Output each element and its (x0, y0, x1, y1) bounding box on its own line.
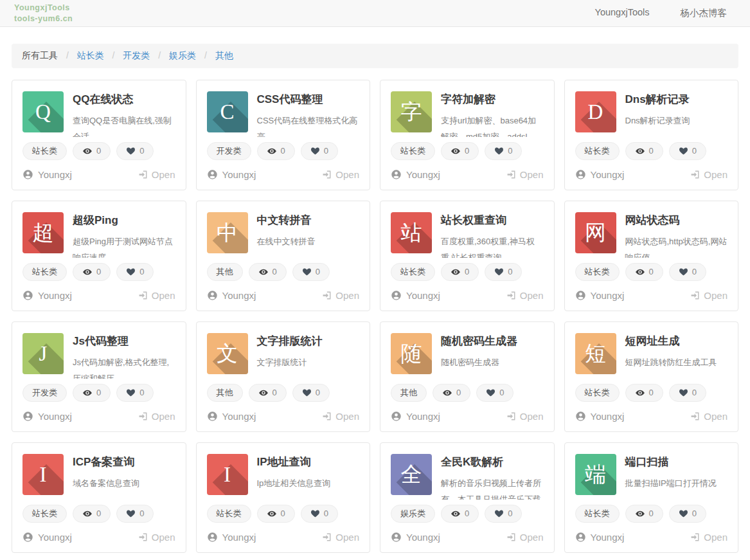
views-tag[interactable]: 0 (441, 263, 479, 281)
tool-icon-letter: Q (22, 91, 64, 132)
category-tag[interactable]: 其他 (391, 384, 427, 402)
heart-icon (679, 388, 688, 397)
author: Youngxj (207, 169, 256, 180)
likes-tag[interactable]: 0 (116, 505, 154, 523)
card-footer: Youngxj Open (207, 532, 360, 543)
sign-in-icon (322, 170, 332, 179)
views-tag[interactable]: 0 (625, 142, 663, 160)
breadcrumb-webmaster-category[interactable]: 站长类 (77, 50, 104, 60)
likes-tag[interactable]: 0 (669, 142, 706, 160)
likes-tag[interactable]: 0 (292, 384, 330, 402)
tool-icon-letter: I (22, 454, 64, 495)
nav-youngxjtools-link[interactable]: YoungxjTools (595, 7, 650, 19)
likes-tag[interactable]: 0 (301, 505, 338, 523)
category-tag[interactable]: 站长类 (575, 384, 620, 402)
open-link[interactable]: Open (322, 290, 359, 301)
open-link[interactable]: Open (506, 532, 544, 543)
card-top: 文 文字排版统计 文字排版统计 (207, 333, 360, 379)
tool-title: QQ在线状态 (73, 92, 175, 107)
category-tag[interactable]: 站长类 (575, 505, 620, 523)
likes-tag[interactable]: 0 (292, 263, 330, 281)
likes-tag[interactable]: 0 (485, 505, 522, 523)
category-tag[interactable]: 站长类 (575, 263, 620, 281)
sign-in-icon (690, 411, 700, 421)
views-tag[interactable]: 0 (441, 505, 479, 523)
category-tag[interactable]: 开发类 (207, 142, 251, 160)
views-tag[interactable]: 0 (249, 384, 287, 402)
sign-in-icon (690, 532, 700, 542)
card-info: 短网址生成 短网址跳转防红生成工具 (625, 333, 717, 379)
author: Youngxj (575, 290, 625, 301)
open-link[interactable]: Open (138, 290, 175, 301)
open-link[interactable]: Open (322, 532, 359, 543)
category-tag[interactable]: 站长类 (22, 263, 67, 281)
nav-blog-link[interactable]: 杨小杰博客 (681, 7, 728, 19)
open-link[interactable]: Open (322, 169, 359, 180)
sign-in-icon (506, 411, 516, 421)
likes-tag[interactable]: 0 (669, 263, 706, 281)
views-tag[interactable]: 0 (249, 263, 287, 281)
tool-card: 站 站长权重查询 百度权重,360权重,神马权重,站长权重查询 站长类 0 0 … (380, 201, 555, 311)
category-tag[interactable]: 站长类 (207, 505, 251, 523)
views-tag[interactable]: 0 (441, 142, 479, 160)
open-link[interactable]: Open (690, 290, 728, 301)
open-link[interactable]: Open (138, 169, 175, 180)
open-link[interactable]: Open (138, 411, 175, 422)
category-tag[interactable]: 其他 (207, 384, 243, 402)
category-tag[interactable]: 娱乐类 (391, 505, 435, 523)
author: Youngxj (391, 169, 440, 180)
likes-tag[interactable]: 0 (669, 384, 706, 402)
category-tag[interactable]: 站长类 (22, 505, 67, 523)
category-tag[interactable]: 站长类 (575, 142, 620, 160)
views-tag[interactable]: 0 (73, 505, 111, 523)
card-tags: 其他 0 0 (207, 384, 360, 402)
views-tag[interactable]: 0 (73, 384, 111, 402)
open-link[interactable]: Open (506, 411, 544, 422)
likes-tag[interactable]: 0 (116, 142, 154, 160)
views-tag[interactable]: 0 (257, 505, 295, 523)
likes-tag[interactable]: 0 (485, 142, 522, 160)
heart-icon (310, 146, 320, 156)
author-name: Youngxj (38, 290, 72, 301)
likes-tag[interactable]: 0 (485, 263, 522, 281)
views-count: 0 (96, 266, 101, 278)
views-tag[interactable]: 0 (625, 263, 663, 281)
views-tag[interactable]: 0 (257, 142, 295, 160)
open-link[interactable]: Open (690, 411, 728, 422)
views-tag[interactable]: 0 (433, 384, 470, 402)
card-tags: 其他 0 0 (207, 263, 360, 281)
open-link[interactable]: Open (690, 169, 728, 180)
open-link[interactable]: Open (506, 169, 544, 180)
breadcrumb-entertainment-category[interactable]: 娱乐类 (169, 50, 196, 60)
open-link[interactable]: Open (322, 411, 359, 422)
views-tag[interactable]: 0 (625, 384, 663, 402)
breadcrumb-all-tools[interactable]: 所有工具 (22, 50, 58, 60)
likes-tag[interactable]: 0 (669, 505, 706, 523)
likes-tag[interactable]: 0 (301, 142, 338, 160)
category-tag[interactable]: 站长类 (391, 263, 435, 281)
tool-card: 端 端口扫描 批量扫描IP端口打开情况 站长类 0 0 Youngxj (564, 442, 739, 553)
likes-tag[interactable]: 0 (476, 384, 513, 402)
category-tag[interactable]: 其他 (207, 263, 243, 281)
tool-icon: J (22, 333, 64, 374)
user-circle-icon (22, 532, 33, 543)
breadcrumb-other-category[interactable]: 其他 (215, 50, 233, 60)
views-tag[interactable]: 0 (73, 142, 111, 160)
open-link[interactable]: Open (138, 532, 175, 543)
category-tag[interactable]: 站长类 (22, 142, 67, 160)
category-tag[interactable]: 开发类 (22, 384, 67, 402)
sign-in-icon (506, 170, 516, 179)
likes-tag[interactable]: 0 (116, 384, 154, 402)
card-top: I ICP备案查询 域名备案信息查询 (22, 454, 175, 500)
likes-count: 0 (139, 387, 144, 399)
views-tag[interactable]: 0 (625, 505, 663, 523)
site-logo[interactable]: YoungxjTools tools-yum6.cn (14, 3, 73, 24)
open-link[interactable]: Open (506, 290, 544, 301)
open-link[interactable]: Open (690, 532, 728, 543)
views-tag[interactable]: 0 (73, 263, 111, 281)
breadcrumb-dev-category[interactable]: 开发类 (123, 50, 150, 60)
likes-count: 0 (508, 266, 512, 278)
category-tag[interactable]: 站长类 (391, 142, 435, 160)
likes-tag[interactable]: 0 (116, 263, 154, 281)
card-tags: 娱乐类 0 0 (391, 505, 544, 523)
